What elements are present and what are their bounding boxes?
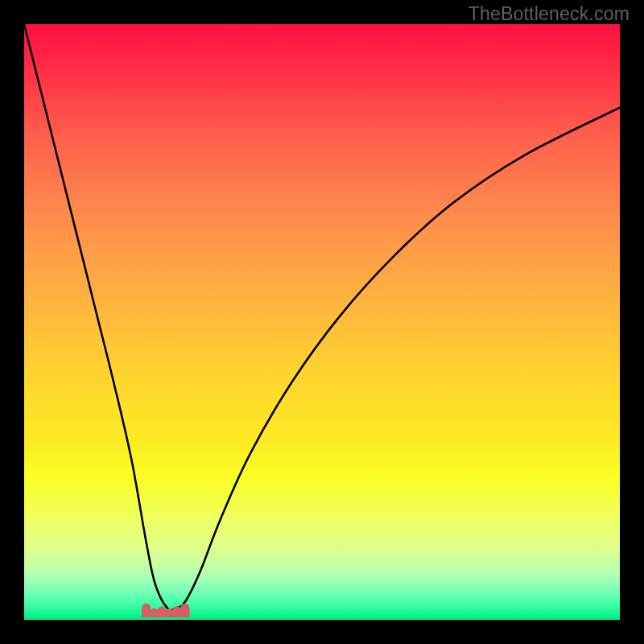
bottom-edge [24, 617, 620, 620]
bottleneck-curve [24, 24, 620, 610]
bucket-marker [142, 606, 189, 617]
bucket-svg [24, 586, 620, 620]
bucket-band [24, 586, 620, 620]
plot-frame [24, 24, 620, 620]
watermark-text: TheBottleneck.com [469, 3, 630, 25]
curve-svg [24, 24, 620, 620]
chart-curve-layer [24, 24, 620, 620]
